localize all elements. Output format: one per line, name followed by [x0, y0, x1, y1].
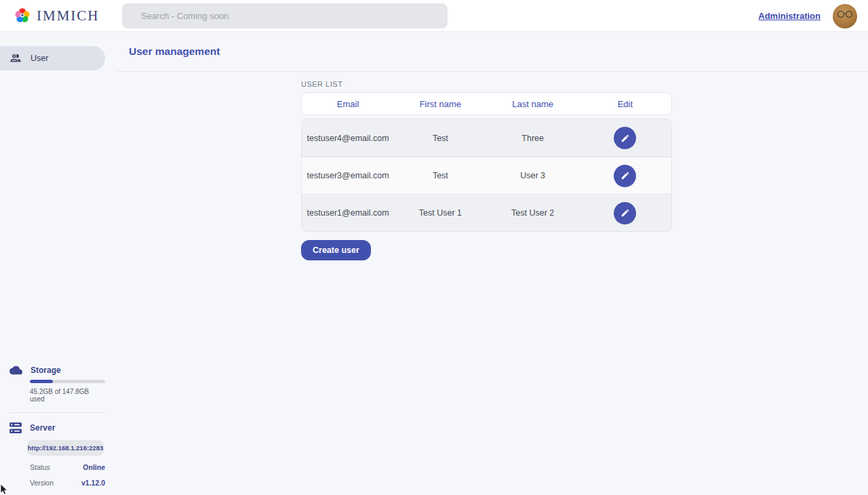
search-input[interactable]: [122, 3, 448, 28]
cell-email: testuser4@email.com: [302, 134, 394, 143]
table-row: testuser1@email.com Test User 1 Test Use…: [302, 194, 671, 231]
column-header-first-name: First name: [394, 99, 486, 109]
immich-flower-icon: [14, 7, 31, 24]
cell-email: testuser3@email.com: [302, 171, 394, 180]
server-version-row: Version v1.12.0: [30, 479, 105, 487]
page-title-bar: User management: [116, 32, 868, 72]
table-header: Email First name Last name Edit: [301, 92, 672, 115]
cell-email: testuser1@email.com: [302, 208, 394, 218]
column-header-email: Email: [302, 99, 394, 109]
top-navigation-bar: IMMICH Administration: [0, 0, 868, 32]
cell-last-name: Test User 2: [487, 208, 579, 218]
storage-progress-fill: [30, 380, 53, 383]
table-row: testuser4@email.com Test Three: [302, 119, 671, 157]
page-title: User management: [129, 45, 220, 58]
server-url: http://192.168.1.216:2283: [27, 440, 104, 456]
storage-progress-bar: [30, 380, 105, 383]
pencil-icon: [620, 208, 630, 218]
table-body: testuser4@email.com Test Three testuser3…: [301, 119, 672, 232]
user-avatar[interactable]: [833, 4, 857, 28]
topbar-right: Administration: [758, 0, 857, 32]
server-version-value: v1.12.0: [81, 479, 105, 487]
server-icon: [9, 422, 22, 433]
column-header-last-name: Last name: [487, 99, 579, 109]
cloud-icon: [9, 365, 22, 375]
server-title: Server: [30, 423, 55, 433]
cell-first-name: Test: [394, 134, 486, 143]
server-status-row: Status Online: [30, 463, 105, 471]
cell-first-name: Test: [394, 171, 486, 180]
administration-link[interactable]: Administration: [758, 11, 821, 21]
sidebar-divider: [10, 412, 105, 413]
user-list-section: USER LIST Email First name Last name Edi…: [301, 80, 672, 260]
storage-title: Storage: [31, 365, 61, 375]
storage-section: Storage 45.2GB of 147.8GB used: [0, 365, 105, 403]
edit-user-button[interactable]: [614, 127, 636, 149]
server-version-label: Version: [30, 479, 54, 487]
edit-user-button[interactable]: [614, 202, 636, 224]
pencil-icon: [620, 134, 630, 143]
glasses-icon: [836, 10, 854, 18]
storage-usage-text: 45.2GB of 147.8GB used: [30, 388, 105, 403]
app-title: IMMICH: [37, 7, 100, 24]
cell-last-name: Three: [487, 134, 579, 143]
sidebar: User Storage 45.2GB of 147.8GB used: [0, 32, 105, 495]
main-content: User management USER LIST Email First na…: [105, 32, 868, 495]
server-status-label: Status: [30, 463, 50, 471]
create-user-button[interactable]: Create user: [301, 240, 371, 260]
app-logo[interactable]: IMMICH: [14, 7, 100, 24]
server-section: Server http://192.168.1.216:2283 Status …: [0, 422, 105, 487]
sidebar-footer: Storage 45.2GB of 147.8GB used Server: [0, 365, 105, 487]
cell-last-name: User 3: [487, 171, 579, 180]
pencil-icon: [620, 171, 630, 180]
server-status-value: Online: [83, 463, 105, 471]
sidebar-item-label: User: [31, 54, 48, 63]
column-header-edit: Edit: [579, 99, 671, 109]
table-row: testuser3@email.com Test User 3: [302, 157, 671, 194]
edit-user-button[interactable]: [614, 165, 636, 187]
sidebar-item-users[interactable]: User: [0, 46, 105, 71]
users-icon: [9, 52, 22, 64]
cell-first-name: Test User 1: [394, 208, 486, 218]
user-list-label: USER LIST: [301, 80, 672, 88]
